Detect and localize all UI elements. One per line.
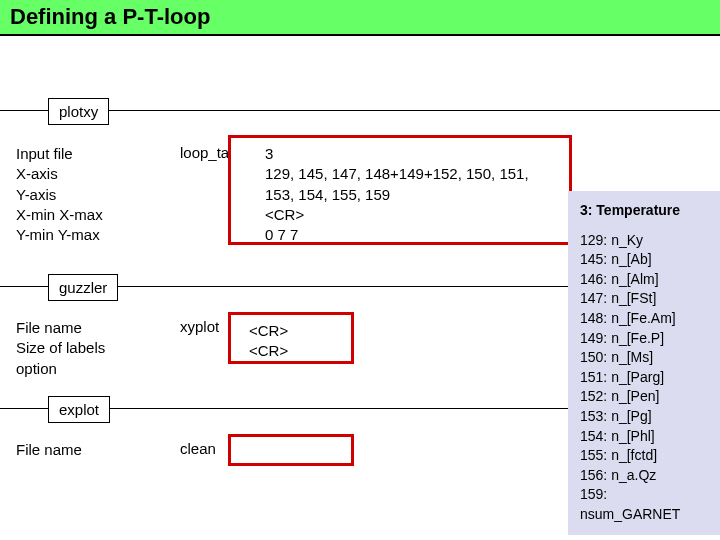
- param-label: option: [16, 359, 105, 379]
- input-line: 3: [265, 144, 535, 164]
- param-label: File name: [16, 440, 82, 460]
- legend-line: 156: n_a.Qz: [580, 466, 710, 486]
- legend-line: 155: n_[fctd]: [580, 446, 710, 466]
- input-line: <CR>: [265, 205, 535, 225]
- param-label: Input file: [16, 144, 103, 164]
- legend-panel: 3: Temperature 129: n_Ky 145: n_[Ab] 146…: [568, 191, 720, 535]
- legend-line: 145: n_[Ab]: [580, 250, 710, 270]
- param-label: Size of labels: [16, 338, 105, 358]
- legend-line: 149: n_[Fe.P]: [580, 329, 710, 349]
- legend-line: 150: n_[Ms]: [580, 348, 710, 368]
- input-line: <CR>: [249, 321, 333, 341]
- slide-title: Defining a P-T-loop: [0, 0, 720, 36]
- param-label: X-axis: [16, 164, 103, 184]
- section-tag-plotxy: plotxy: [48, 98, 109, 125]
- legend-line: 152: n_[Pen]: [580, 387, 710, 407]
- explot-command: clean: [180, 440, 216, 457]
- input-line: 129, 145, 147, 148+149+152, 150, 151, 15…: [265, 164, 535, 205]
- legend-line: 153: n_[Pg]: [580, 407, 710, 427]
- explot-params: File name: [16, 440, 82, 460]
- param-label: Y-min Y-max: [16, 225, 103, 245]
- section-tag-guzzler: guzzler: [48, 274, 118, 301]
- guzzler-params: File name Size of labels option: [16, 318, 105, 379]
- plotxy-params: Input file X-axis Y-axis X-min X-max Y-m…: [16, 144, 103, 245]
- param-label: File name: [16, 318, 105, 338]
- guzzler-command: xyplot: [180, 318, 219, 335]
- explot-input-box: [228, 434, 354, 466]
- legend-title: 3: Temperature: [580, 201, 710, 221]
- legend-line: 154: n_[Phl]: [580, 427, 710, 447]
- plotxy-input-box: 3 129, 145, 147, 148+149+152, 150, 151, …: [228, 135, 572, 245]
- input-line: <CR>: [249, 341, 333, 361]
- guzzler-input-box: <CR> <CR>: [228, 312, 354, 364]
- slide-body: plotxy Input file X-axis Y-axis X-min X-…: [0, 36, 720, 56]
- section-tag-explot: explot: [48, 396, 110, 423]
- legend-line: 159: nsum_GARNET: [580, 485, 710, 524]
- param-label: Y-axis: [16, 185, 103, 205]
- legend-line: 148: n_[Fe.Am]: [580, 309, 710, 329]
- legend-line: 151: n_[Parg]: [580, 368, 710, 388]
- param-label: X-min X-max: [16, 205, 103, 225]
- legend-line: 146: n_[Alm]: [580, 270, 710, 290]
- input-line: 0 7 7: [265, 225, 535, 245]
- legend-line: 129: n_Ky: [580, 231, 710, 251]
- legend-line: 147: n_[FSt]: [580, 289, 710, 309]
